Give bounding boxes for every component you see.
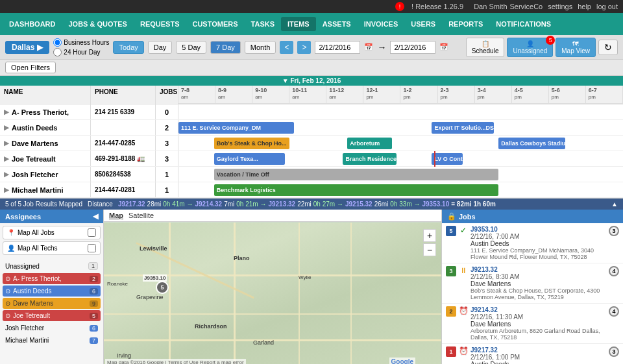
job-address: Arboretum Arboretum, 8620 Garland Road D…: [470, 328, 606, 341]
nav-invoices[interactable]: INVOICES: [358, 17, 405, 31]
prev-arrow[interactable]: <: [280, 41, 293, 54]
assignees-collapse[interactable]: ◀: [93, 212, 98, 221]
nav-dashboard[interactable]: DASHBOARD: [3, 17, 62, 31]
day-button[interactable]: Day: [148, 41, 173, 54]
24hour-radio[interactable]: 24 Hour Day: [53, 48, 109, 56]
job-block[interactable]: Dallas Cowboys Stadium: [498, 138, 565, 149]
row-jobs-dave: 3: [156, 136, 178, 151]
open-filters-button[interactable]: Open Filters: [5, 62, 56, 73]
row-jobs-michael: 1: [156, 182, 178, 197]
col-header-jobs[interactable]: JOBS: [156, 86, 178, 104]
date-from-input[interactable]: [315, 41, 360, 54]
job-block[interactable]: 111 E. Service Company_DM: [178, 122, 294, 134]
row-expand-josh[interactable]: ▶: [4, 171, 9, 178]
route-job-5[interactable]: J9353.10: [422, 200, 450, 208]
job-time: 2/12/16, 11:30 AM: [470, 313, 523, 321]
next-arrow[interactable]: >: [297, 41, 311, 54]
schedule-button[interactable]: 📋 Schedule: [466, 38, 505, 57]
route-dist-3: 22mi: [297, 200, 312, 208]
job-tech: Austin Deeds: [470, 361, 509, 364]
job-block[interactable]: Expert IT Solutio...DS1: [432, 122, 494, 134]
list-item[interactable]: ⊙ Dave Martens 9: [3, 298, 101, 309]
nav-tasks[interactable]: TASKS: [245, 17, 281, 31]
time-slot-3: 3-4pm: [475, 86, 512, 103]
job-block[interactable]: Arboretum: [347, 138, 392, 149]
list-item[interactable]: ⊙ Austin Deeds 6: [3, 285, 101, 297]
zoom-out-button[interactable]: −: [423, 243, 436, 256]
map-all-jobs-button[interactable]: 📍 Map All Jobs: [3, 226, 101, 239]
mapview-button[interactable]: 🗺 Map View: [556, 38, 596, 57]
nav-jobs[interactable]: JOBS & QUOTES: [62, 17, 134, 31]
map-background[interactable]: Map Satellite Lewisville Roanoke Grapevi…: [104, 210, 441, 364]
job-block[interactable]: Gaylord Texa...: [214, 153, 286, 165]
job-block[interactable]: LV O Contracti...: [432, 153, 463, 165]
job-block[interactable]: Bob's Steak & Chop Ho...: [214, 138, 289, 149]
month-button[interactable]: Month: [245, 41, 276, 54]
route-dist-1: 28mi: [147, 200, 162, 208]
calendar-icon-to[interactable]: 📅: [439, 43, 448, 51]
map-all-techs-button[interactable]: 👤 Map All Techs: [3, 241, 101, 255]
nav-users[interactable]: USERS: [404, 17, 442, 31]
7day-button[interactable]: 7 Day: [210, 41, 241, 54]
map-tab-map[interactable]: Map: [109, 212, 123, 219]
list-item[interactable]: ⊙ A- Press Theriot, 2: [3, 273, 101, 284]
row-jobs-josh: 1: [156, 167, 178, 182]
map-techs-checkbox[interactable]: [88, 244, 96, 252]
route-arrow-3: 0h 27m →: [313, 200, 343, 208]
job-block[interactable]: Vacation / Time Off: [214, 169, 498, 180]
nav-notifications[interactable]: NOTIFICATIONS: [489, 17, 557, 31]
refresh-button[interactable]: ↻: [598, 40, 618, 55]
map-pin-j9353[interactable]: 5: [156, 281, 169, 294]
col-header-name[interactable]: NAME: [0, 86, 91, 104]
zoom-in-button[interactable]: +: [423, 229, 436, 242]
job-block[interactable]: Benchmark Logistics: [214, 184, 498, 196]
route-job-2[interactable]: J9214.32: [195, 200, 222, 208]
job-block[interactable]: Branch Residence: [343, 153, 396, 165]
row-expand-press[interactable]: ▶: [4, 108, 9, 115]
map-jobs-checkbox[interactable]: [88, 228, 96, 237]
row-expand-michael[interactable]: ▶: [4, 186, 9, 193]
list-item[interactable]: Michael Martini 7: [3, 335, 101, 346]
calendar-icon-from[interactable]: 📅: [364, 43, 373, 51]
list-item[interactable]: Josh Fletcher 6: [3, 322, 101, 334]
jobs-list: 5 ✓ J9353.10 2/12/16, 7:00 AM Austin Dee…: [442, 223, 623, 364]
list-item[interactable]: 5 ✓ J9353.10 2/12/16, 7:00 AM Austin Dee…: [442, 223, 623, 263]
unassigned-button[interactable]: 5 👤 Unassigned: [507, 38, 553, 57]
time-slot-7: 7-8am: [178, 86, 215, 103]
list-item[interactable]: ⊙ Joe Tetreault 5: [3, 310, 101, 321]
route-job-3[interactable]: J9213.32: [268, 200, 295, 208]
list-item[interactable]: 2 ⏰ J9214.32 2/12/16, 11:30 AM Dave Mart…: [442, 304, 623, 344]
job-num-badge: 5: [446, 226, 456, 236]
row-expand-austin[interactable]: ▶: [4, 124, 9, 131]
date-to-input[interactable]: [390, 41, 435, 54]
map-tab-satellite[interactable]: Satellite: [128, 212, 154, 219]
collapse-button[interactable]: ▲: [611, 200, 618, 208]
map-label-wylie: Wylie: [299, 274, 311, 280]
today-button[interactable]: Today: [113, 41, 143, 54]
time-slot-11: 11-12am: [326, 86, 363, 103]
settings-link[interactable]: settings: [548, 3, 572, 10]
business-hours-radio[interactable]: Business Hours: [53, 38, 109, 47]
logout-link[interactable]: log out: [596, 3, 618, 10]
5day-button[interactable]: 5 Day: [176, 41, 206, 54]
row-expand-joe[interactable]: ▶: [4, 155, 9, 162]
user-name[interactable]: Dan Smith: [474, 3, 507, 10]
list-item[interactable]: 3 ⏸ J9213.32 2/12/16, 8:30 AM Dave Marte…: [442, 263, 623, 304]
location-badge[interactable]: Dallas ▶: [5, 41, 49, 54]
route-job-1[interactable]: J9217.32: [118, 200, 145, 208]
nav-customers[interactable]: CUSTOMERS: [186, 17, 244, 31]
row-phone-joe: 469-291-8188 🚛: [91, 151, 156, 166]
help-link[interactable]: help: [578, 3, 591, 10]
list-item[interactable]: 1 ⏰ J9217.32 2/12/16, 1:00 PM Austin Dee…: [442, 344, 623, 364]
nav-requests[interactable]: REQUESTS: [134, 17, 186, 31]
list-item[interactable]: Unassigned 1: [3, 260, 101, 272]
assignee-list: Unassigned 1 ⊙ A- Press Theriot, 2 ⊙ Aus…: [0, 258, 103, 364]
route-job-4[interactable]: J9215.32: [345, 200, 373, 208]
row-expand-dave[interactable]: ▶: [4, 140, 9, 147]
job-priority: 3: [609, 346, 619, 357]
nav-assets[interactable]: ASSETS: [316, 17, 358, 31]
nav-reports[interactable]: REPORTS: [442, 17, 489, 31]
nav-items[interactable]: ITEMS: [281, 17, 316, 31]
col-header-phone[interactable]: PHONE: [91, 86, 156, 104]
date-indicator-arrow: ▼: [282, 77, 291, 84]
